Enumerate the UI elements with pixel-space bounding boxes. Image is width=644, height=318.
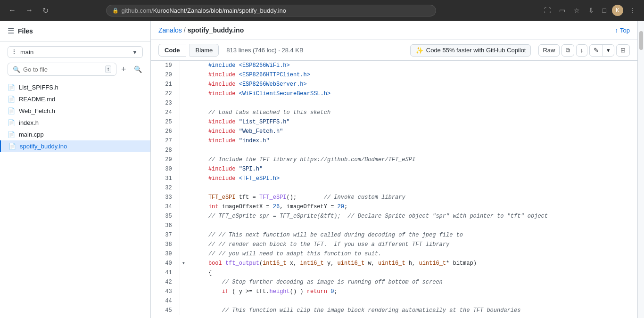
line-code: #include <WiFiClientSecureBearSSL.h>: [187, 89, 637, 98]
line-code: [187, 296, 637, 306]
address-bar[interactable]: 🔒 github.com/KurooNacht/Zanalos/blob/mai…: [106, 5, 436, 16]
fold-button: [180, 174, 187, 183]
line-number: 30: [151, 164, 180, 174]
line-number: 19: [151, 61, 180, 70]
line-number: 24: [151, 108, 180, 117]
line-number: 41: [151, 268, 180, 277]
line-code: {: [187, 268, 637, 277]
edit-more-button[interactable]: ▾: [603, 45, 614, 56]
file-item[interactable]: 📄List_SPIFFS.h: [0, 82, 150, 93]
branch-chevron-icon: ▼: [132, 49, 138, 56]
fold-button: [180, 221, 187, 230]
line-code: #include "index.h": [187, 136, 637, 146]
url-text: github.com/KurooNacht/Zanalos/blob/main/…: [122, 7, 430, 14]
file-item[interactable]: 📄README.md: [0, 93, 150, 105]
table-row: 40 ▾ bool tft_output(int16_t x, int16_t …: [151, 259, 637, 268]
bookmark-button[interactable]: ☆: [571, 5, 583, 16]
screenshot-button[interactable]: ⛶: [541, 5, 553, 16]
file-meta: 813 lines (746 loc) · 28.4 KB: [226, 47, 303, 54]
table-row: 41 {: [151, 268, 637, 277]
file-name: Web_Fetch.h: [19, 107, 55, 114]
search-shortcut: t: [105, 65, 111, 73]
line-number: 38: [151, 240, 180, 249]
blame-tab[interactable]: Blame: [190, 44, 219, 57]
search-icon: 🔍: [13, 66, 20, 73]
code-tab[interactable]: Code: [158, 44, 186, 57]
line-number: 32: [151, 183, 180, 193]
sidebar-header: ☰ Files: [0, 21, 150, 41]
fold-button: [180, 117, 187, 127]
url-path: KurooNacht/Zanalos/blob/main/spotify_bud…: [153, 7, 286, 14]
copilot-icon: ✨: [415, 47, 423, 54]
line-number: 37: [151, 230, 180, 240]
search-files-button[interactable]: 🔍: [131, 65, 145, 74]
table-row: 33 TFT_eSPI tft = TFT_eSPI(); // Invoke …: [151, 193, 637, 202]
fold-button: [180, 61, 187, 70]
line-code: #include "SPI.h": [187, 164, 637, 174]
sidebar-title: Files: [18, 27, 33, 35]
copy-button[interactable]: ⧉: [561, 44, 574, 57]
edit-group: ✎ ▾: [589, 44, 614, 57]
file-name: README.md: [19, 96, 55, 103]
browser-chrome: ← → ↻ 🔒 github.com/KurooNacht/Zanalos/bl…: [0, 0, 644, 21]
branch-name: main: [20, 49, 129, 56]
search-input[interactable]: [23, 66, 102, 73]
file-item[interactable]: 📄main.cpp: [0, 129, 150, 140]
browser-actions: ⛶ ▭ ☆ ⇩ □ K ⋮: [541, 5, 638, 16]
add-file-button[interactable]: +: [118, 64, 129, 75]
file-search[interactable]: 🔍 t: [8, 63, 116, 76]
table-row: 32: [151, 183, 637, 193]
line-number: 42: [151, 277, 180, 287]
profile-button[interactable]: K: [612, 5, 623, 16]
lock-icon: 🔒: [112, 8, 119, 14]
line-code: // // This next function will be called …: [187, 230, 637, 240]
fold-button: [180, 98, 187, 108]
fold-button[interactable]: ▾: [180, 259, 187, 268]
download-button[interactable]: ⇩: [586, 5, 597, 16]
branch-selector[interactable]: ⠇ main ▼: [8, 46, 143, 58]
edit-button[interactable]: ✎: [590, 45, 603, 56]
extensions-button[interactable]: □: [600, 5, 609, 16]
line-number: 43: [151, 287, 180, 296]
table-row: 42 // Stop further decoding as image is …: [151, 277, 637, 287]
code-container[interactable]: 19 #include <ESP8266WiFi.h> 20 #include …: [151, 61, 637, 318]
fold-button: [180, 277, 187, 287]
line-code: [187, 183, 637, 193]
line-code: bool tft_output(int16_t x, int16_t y, ui…: [187, 259, 637, 268]
fold-button: [180, 249, 187, 259]
download-file-button[interactable]: ↓: [576, 44, 588, 57]
file-item[interactable]: 📄spotify_buddy.ino: [0, 140, 150, 152]
file-header: Zanalos / spotify_buddy.ino ↑ Top: [151, 21, 637, 40]
file-item[interactable]: 📄Web_Fetch.h: [0, 105, 150, 117]
table-row: 45 // This function will clip the image …: [151, 306, 637, 315]
line-number: 39: [151, 249, 180, 259]
table-row: 43 if ( y >= tft.height() ) return 0;: [151, 287, 637, 296]
line-number: 23: [151, 98, 180, 108]
reload-button[interactable]: ↻: [40, 4, 51, 17]
scroll-thumb: [639, 31, 643, 50]
file-item[interactable]: 📄index.h: [0, 117, 150, 129]
line-code: // Include the TFT library https://githu…: [187, 155, 637, 164]
line-code: if ( y >= tft.height() ) return 0;: [187, 287, 637, 296]
symbol-button[interactable]: ⊞: [616, 44, 630, 57]
fold-button: [180, 202, 187, 212]
forward-button[interactable]: →: [23, 4, 36, 16]
top-arrow-icon: ↑: [615, 27, 619, 34]
line-number: 27: [151, 136, 180, 146]
line-code: // // you will need to adapt this functi…: [187, 249, 637, 259]
scroll-indicator[interactable]: [637, 21, 644, 318]
menu-button[interactable]: ⋮: [626, 5, 638, 16]
table-row: 31 #include <TFT_eSPI.h>: [151, 174, 637, 183]
cast-button[interactable]: ▭: [556, 5, 568, 16]
copilot-badge[interactable]: ✨ Code 55% faster with GitHub Copilot: [410, 44, 531, 57]
breadcrumb-repo-link[interactable]: Zanalos: [158, 26, 182, 34]
line-code: // // render each block to the TFT. If y…: [187, 240, 637, 249]
line-number: 29: [151, 155, 180, 164]
fold-button: [180, 89, 187, 98]
fold-button: [180, 146, 187, 155]
raw-button[interactable]: Raw: [538, 44, 559, 57]
top-link[interactable]: ↑ Top: [615, 27, 630, 34]
back-button[interactable]: ←: [6, 4, 19, 16]
table-row: 25 #include "List_SPIFFS.h": [151, 117, 637, 127]
table-row: 24 // Load tabs attached to this sketch: [151, 108, 637, 117]
